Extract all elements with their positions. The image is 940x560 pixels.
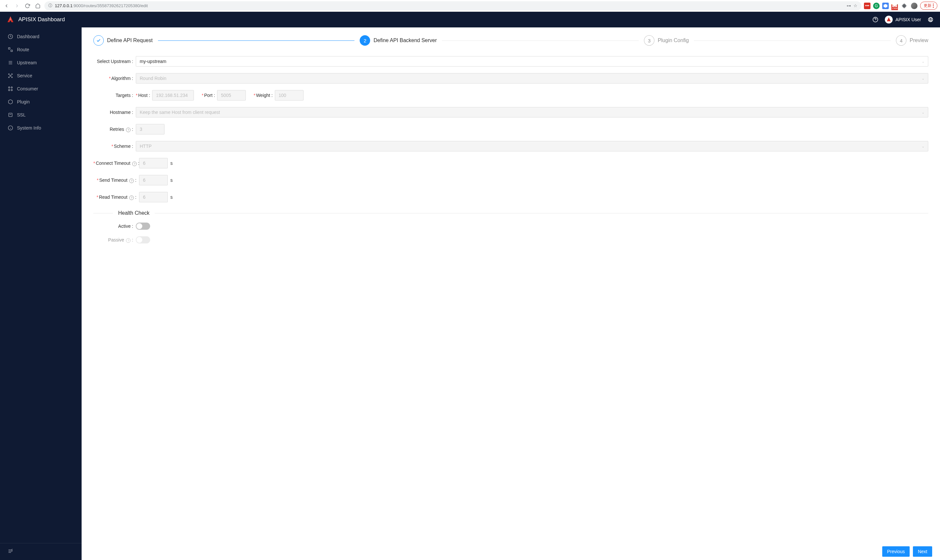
sidebar-item-label: System Info (17, 125, 41, 131)
profile-avatar[interactable] (911, 3, 917, 9)
scheme-dropdown: HTTP ⌄ (136, 141, 928, 151)
footer-actions: Previous Next (82, 543, 940, 560)
hostname-label: Hostname : (93, 110, 136, 115)
extension-grammarly-icon[interactable]: G (873, 3, 880, 9)
help-icon[interactable] (872, 17, 878, 23)
extension-gmail-icon[interactable]: 1566 (891, 3, 898, 9)
star-icon[interactable]: ☆ (854, 3, 857, 8)
language-icon[interactable] (928, 17, 934, 23)
sidebar-item-consumer[interactable]: Consumer (0, 82, 82, 95)
host-label: *Host : (136, 93, 150, 98)
sidebar-item-label: Dashboard (17, 34, 40, 39)
sidebar-item-label: Plugin (17, 99, 30, 105)
send-timeout-input (139, 175, 168, 185)
select-upstream-label: Select Upstream : (93, 59, 136, 64)
update-button[interactable]: 更新 (920, 2, 937, 10)
step-1[interactable]: Define API Request (93, 35, 153, 46)
help-icon[interactable]: ? (126, 128, 131, 132)
passive-switch (136, 236, 150, 243)
chevron-down-icon: ⌄ (922, 60, 924, 63)
svg-point-10 (8, 77, 9, 78)
url-bar[interactable]: ⓘ 127.0.0.1:9000/routes/3558739262172053… (45, 1, 862, 11)
check-icon (93, 35, 104, 46)
svg-rect-2 (8, 48, 10, 49)
user-avatar-icon (885, 16, 893, 23)
url-text: 127.0.0.1:9000/routes/355873926217205380… (55, 3, 844, 8)
send-timeout-label: *Send Timeout ? : (93, 177, 139, 183)
hostname-dropdown: Keep the same Host from client request ⌄ (136, 107, 928, 117)
svg-rect-16 (9, 113, 12, 117)
unit-label: s (170, 194, 173, 200)
sidebar-item-service[interactable]: Service (0, 69, 82, 82)
sidebar-item-label: SSL (17, 112, 25, 117)
extension-translate-icon[interactable] (882, 3, 889, 9)
active-label: Active : (93, 223, 136, 229)
site-info-icon[interactable]: ⓘ (48, 3, 52, 8)
weight-label: *Weight : (254, 93, 273, 98)
step-4[interactable]: 4 Preview (896, 35, 928, 46)
svg-point-7 (10, 75, 11, 76)
sidebar-item-route[interactable]: Route (0, 43, 82, 56)
sidebar-item-ssl[interactable]: SSL (0, 108, 82, 122)
key-icon[interactable]: ⊶ (847, 3, 851, 8)
weight-input (275, 90, 303, 100)
svg-point-15 (11, 89, 12, 91)
sidebar-item-system-info[interactable]: System Info (0, 122, 82, 134)
unit-label: s (170, 160, 173, 166)
sidebar-item-label: Consumer (17, 86, 38, 91)
select-upstream-dropdown[interactable]: my-upstream ⌄ (136, 56, 928, 66)
svg-point-13 (11, 87, 12, 88)
step-number: 4 (896, 35, 906, 46)
targets-label: Targets : (93, 93, 136, 98)
step-number: 2 (360, 35, 370, 46)
app-title: APISIX Dashboard (18, 16, 65, 23)
active-switch[interactable] (136, 223, 150, 230)
health-check-divider: Health Check (93, 210, 928, 216)
next-button[interactable]: Next (913, 546, 932, 557)
extensions: ••• G 1566 更新 (864, 2, 937, 10)
svg-point-11 (11, 77, 12, 78)
svg-point-8 (8, 74, 9, 75)
collapse-sidebar-button[interactable] (8, 549, 74, 555)
algorithm-dropdown: Round Robin ⌄ (136, 73, 928, 83)
menu-icon (933, 4, 934, 8)
step-connector (694, 40, 891, 41)
sidebar-item-label: Upstream (17, 60, 37, 65)
app-header: APISIX Dashboard APISIX User (0, 12, 940, 28)
retries-input (136, 124, 165, 134)
connect-timeout-label: *Connect Timeout ? : (93, 160, 139, 166)
svg-point-12 (8, 87, 10, 88)
svg-point-9 (11, 74, 12, 75)
step-connector (442, 40, 639, 41)
sidebar-item-label: Route (17, 47, 29, 52)
sidebar-item-upstream[interactable]: Upstream (0, 56, 82, 69)
help-icon[interactable]: ? (129, 195, 134, 200)
retries-label: Retries ? : (93, 127, 136, 132)
step-2[interactable]: 2 Define API Backend Server (360, 35, 437, 46)
previous-button[interactable]: Previous (882, 546, 910, 557)
help-icon[interactable]: ? (129, 178, 134, 183)
host-input (152, 90, 194, 100)
help-icon[interactable]: ? (132, 162, 137, 166)
sidebar-item-plugin[interactable]: Plugin (0, 95, 82, 108)
chevron-down-icon: ⌄ (922, 77, 924, 80)
chevron-down-icon: ⌄ (922, 145, 924, 148)
back-button[interactable] (3, 2, 11, 10)
help-icon[interactable]: ? (126, 238, 131, 243)
extensions-icon[interactable] (900, 2, 908, 10)
user-menu[interactable]: APISIX User (885, 16, 921, 23)
sidebar: Dashboard Route Upstream Service Consume… (0, 28, 82, 560)
read-timeout-input (139, 192, 168, 202)
step-connector (158, 40, 355, 41)
sidebar-item-dashboard[interactable]: Dashboard (0, 30, 82, 43)
svg-point-14 (8, 89, 10, 91)
main-content: Define API Request 2 Define API Backend … (82, 28, 940, 560)
extension-lastpass-icon[interactable]: ••• (864, 3, 871, 9)
reload-button[interactable] (23, 2, 31, 10)
step-3[interactable]: 3 Plugin Config (644, 35, 689, 46)
scheme-label: *Scheme : (93, 144, 136, 149)
chevron-down-icon: ⌄ (922, 111, 924, 114)
forward-button[interactable] (13, 2, 21, 10)
connect-timeout-input (139, 158, 168, 168)
home-button[interactable] (34, 2, 42, 10)
